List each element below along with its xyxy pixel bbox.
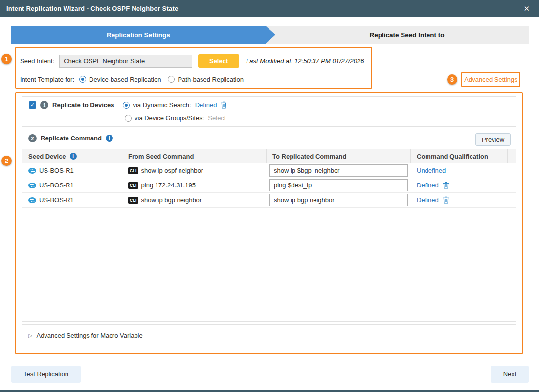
device-name: US-BOS-R1 <box>39 196 74 204</box>
advanced-settings-link[interactable]: Advanced Settings <box>464 76 517 83</box>
command-qualification-cell: Defined <box>411 178 508 192</box>
seed-device-cell: US-BOS-R1 <box>22 193 122 207</box>
device-based-radio-label: Device-based Replication <box>89 76 161 83</box>
table-row: US-BOS-R1 CLI ping 172.24.31.195 Defined <box>22 178 516 193</box>
titlebar: Intent Replication Wizard - Check OSPF N… <box>0 0 539 17</box>
intent-replication-wizard-dialog: Intent Replication Wizard - Check OSPF N… <box>0 0 539 392</box>
command-qualification-cell: Defined <box>411 193 508 207</box>
command-qualification-cell: Undefined <box>411 163 508 178</box>
seed-intent-input[interactable] <box>59 55 192 68</box>
device-groups-select-link[interactable]: Select <box>208 115 225 122</box>
replicate-command-panel: 2 Replicate Command i Preview Seed Devic… <box>22 130 516 322</box>
replicate-command-label: Replicate Command <box>41 135 102 142</box>
next-button[interactable]: Next <box>491 366 529 383</box>
last-modified-text: Last Modified at: 12:50:37 PM 01/27/2026 <box>246 57 364 65</box>
device-groups-row: via Device Groups/Sites: Select <box>125 115 225 122</box>
dialog-title: Intent Replication Wizard - Check OSPF N… <box>6 5 178 12</box>
device-based-radio[interactable] <box>79 76 86 83</box>
to-replicated-command-cell <box>267 163 411 178</box>
cli-badge: CLI <box>128 182 138 189</box>
expand-arrow-icon[interactable]: ▷ <box>28 332 32 339</box>
table-row: US-BOS-R1 CLI show ip bgp neighbor Defin… <box>22 193 516 208</box>
dynamic-search-defined-link[interactable]: Defined <box>195 101 217 109</box>
device-icon <box>28 183 36 188</box>
header-spacer <box>508 149 516 163</box>
tab-replication-settings[interactable]: Replication Settings <box>11 26 266 44</box>
to-replicated-command-cell <box>267 178 411 192</box>
device-name: US-BOS-R1 <box>39 167 74 174</box>
seed-device-cell: US-BOS-R1 <box>22 163 122 178</box>
seed-intent-row: Seed Intent: Select Last Modified at: 12… <box>20 54 364 68</box>
qualification-link[interactable]: Undefined <box>417 167 446 174</box>
device-icon <box>28 168 36 174</box>
via-dynamic-search-label: via Dynamic Search: <box>133 101 191 109</box>
replicate-to-devices-checkbox[interactable]: ✓ <box>29 101 36 109</box>
qualification-link[interactable]: Defined <box>417 182 439 189</box>
seed-intent-section: Seed Intent: Select Last Modified at: 12… <box>15 47 372 89</box>
qualification-link[interactable]: Defined <box>417 196 439 204</box>
step2-badge: 2 <box>28 134 37 142</box>
path-based-radio[interactable] <box>168 76 175 83</box>
tab-replicate-seed-intent-to[interactable]: Replicate Seed Intent to <box>285 26 529 44</box>
replicated-command-input[interactable] <box>270 194 408 206</box>
window-bottom-edge <box>0 390 539 392</box>
header-to-replicated-command: To Replicated Command <box>267 149 411 163</box>
qualification-trash-icon[interactable] <box>443 196 449 204</box>
device-name: US-BOS-R1 <box>39 182 74 189</box>
seed-device-cell: US-BOS-R1 <box>22 178 122 192</box>
replication-section: ✓ 1 Replicate to Devices via Dynamic Sea… <box>15 92 523 354</box>
preview-button[interactable]: Preview <box>475 133 511 146</box>
seed-intent-label: Seed Intent: <box>20 57 54 65</box>
from-seed-command-cell: CLI ping 172.24.31.195 <box>122 178 267 192</box>
header-from-seed-command: From Seed Command <box>122 149 267 163</box>
replicated-command-input[interactable] <box>270 164 408 177</box>
device-icon <box>28 197 36 203</box>
advanced-settings-callout: Advanced Settings <box>461 72 520 87</box>
macro-variable-section[interactable]: ▷ Advanced Settings for Macro Variable <box>22 324 516 346</box>
to-replicated-command-cell <box>267 193 411 207</box>
test-replication-button[interactable]: Test Replication <box>11 366 81 383</box>
from-seed-command-cell: CLI show ip ospf neighbor <box>122 163 267 178</box>
intent-template-row: Intent Template for: Device-based Replic… <box>20 74 244 84</box>
dynamic-search-row: ✓ 1 Replicate to Devices via Dynamic Sea… <box>29 101 227 109</box>
intent-template-label: Intent Template for: <box>20 76 74 83</box>
seed-device-info-icon[interactable]: i <box>70 153 77 160</box>
seed-command-text: ping 172.24.31.195 <box>141 182 196 189</box>
step-arrow-shape <box>266 26 275 44</box>
seed-command-text: show ip bgp neighbor <box>141 196 202 204</box>
wizard-steps: Replication Settings Replicate Seed Inte… <box>11 26 529 44</box>
dynamic-search-trash-icon[interactable] <box>221 101 227 109</box>
close-icon[interactable]: ✕ <box>520 3 533 14</box>
qualification-trash-icon[interactable] <box>443 182 449 189</box>
cli-badge: CLI <box>128 197 138 204</box>
via-dynamic-search-radio[interactable] <box>123 102 130 109</box>
replicate-command-info-icon[interactable]: i <box>106 135 113 142</box>
path-based-radio-label: Path-based Replication <box>178 76 243 83</box>
step1-badge: 1 <box>40 101 48 109</box>
command-table-header: Seed Device i From Seed Command To Repli… <box>22 149 516 163</box>
table-row: US-BOS-R1 CLI show ip ospf neighbor Unde… <box>22 163 516 178</box>
via-device-groups-label: via Device Groups/Sites: <box>135 115 204 122</box>
annotation-badge-1: 1 <box>1 54 12 64</box>
seed-command-text: show ip ospf neighbor <box>141 167 203 174</box>
replicate-to-devices-panel: ✓ 1 Replicate to Devices via Dynamic Sea… <box>22 96 516 127</box>
annotation-badge-2: 2 <box>1 156 12 166</box>
annotation-badge-3: 3 <box>447 74 457 85</box>
via-device-groups-radio[interactable] <box>125 115 132 122</box>
command-table: Seed Device i From Seed Command To Repli… <box>22 149 516 208</box>
replicate-command-header: 2 Replicate Command i <box>28 134 113 142</box>
from-seed-command-cell: CLI show ip bgp neighbor <box>122 193 267 207</box>
replicated-command-input[interactable] <box>270 179 408 191</box>
macro-variable-label: Advanced Settings for Macro Variable <box>36 332 142 339</box>
select-seed-button[interactable]: Select <box>198 54 239 68</box>
header-command-qualification: Command Qualification <box>411 149 508 163</box>
cli-badge: CLI <box>128 167 138 174</box>
header-seed-device: Seed Device i <box>22 149 122 163</box>
replicate-to-devices-label: Replicate to Devices <box>52 101 114 109</box>
